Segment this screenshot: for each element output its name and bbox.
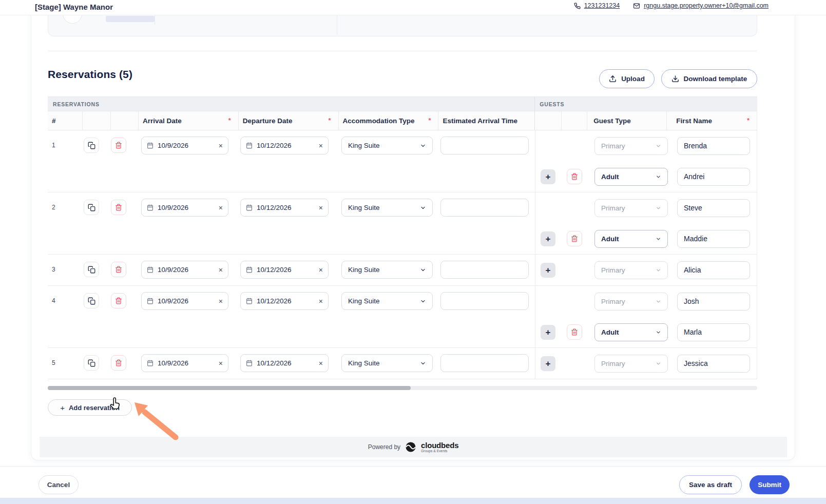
page-background-strip [0, 498, 826, 504]
first-name-input[interactable] [677, 355, 750, 373]
duplicate-reservation-button[interactable] [84, 200, 99, 215]
arrival-date-input[interactable]: 10/9/2026 × [141, 261, 228, 279]
table-column-header: # Arrival Date* Departure Date* Accommod… [48, 111, 757, 130]
cancel-button[interactable]: Cancel [39, 475, 79, 494]
delete-reservation-button[interactable] [111, 138, 126, 153]
mail-icon [633, 3, 640, 9]
departure-date-input[interactable]: 10/12/2026 × [240, 354, 329, 372]
departure-date-input[interactable]: 10/12/2026 × [240, 199, 329, 217]
duplicate-reservation-button[interactable] [84, 355, 99, 371]
delete-reservation-button[interactable] [111, 200, 126, 215]
duplicate-reservation-button[interactable] [84, 293, 99, 308]
duplicate-reservation-button[interactable] [84, 138, 99, 153]
col-first-name: First Name* [667, 111, 757, 130]
delete-reservation-button[interactable] [111, 293, 126, 308]
clear-icon[interactable]: × [319, 142, 323, 149]
topbar: [Stage] Wayne Manor 1231231234 rgngu.sta… [0, 0, 826, 15]
submit-button[interactable]: Submit [750, 475, 790, 494]
delete-reservation-button[interactable] [111, 262, 126, 277]
first-name-input[interactable] [677, 168, 750, 186]
clear-icon[interactable]: × [219, 298, 223, 305]
clear-icon[interactable]: × [219, 142, 223, 149]
email-link[interactable]: rgngu.stage.property.owner+10@gmail.com [633, 2, 769, 9]
clear-icon[interactable]: × [319, 266, 323, 274]
accommodation-type-select[interactable]: King Suite [341, 137, 433, 154]
save-as-draft-button[interactable]: Save as draft [679, 475, 742, 494]
accommodation-type-select[interactable]: King Suite [341, 261, 433, 279]
required-marker: * [747, 117, 750, 124]
clear-icon[interactable]: × [219, 360, 223, 367]
estimated-arrival-time-input[interactable] [440, 137, 529, 154]
departure-date-input[interactable]: 10/12/2026 × [240, 261, 329, 279]
phone-number[interactable]: 1231231234 [584, 2, 620, 9]
clear-icon[interactable]: × [319, 204, 323, 211]
add-guest-button[interactable]: + [541, 231, 555, 246]
estimated-arrival-time-input[interactable] [440, 354, 529, 372]
chevron-down-icon [656, 361, 661, 366]
download-template-button[interactable]: Download template [661, 69, 757, 88]
scrollbar-thumb[interactable] [48, 386, 411, 390]
email-address[interactable]: rgngu.stage.property.owner+10@gmail.com [644, 2, 769, 9]
clear-icon[interactable]: × [319, 360, 323, 367]
estimated-arrival-time-input[interactable] [440, 292, 529, 310]
table-body: 1 10/9/2026 × [48, 130, 757, 379]
delete-guest-button[interactable] [567, 169, 582, 184]
add-reservation-button[interactable]: + Add reservation [48, 399, 132, 416]
delete-guest-button[interactable] [567, 231, 582, 246]
first-name-input[interactable] [677, 293, 750, 311]
delete-guest-button[interactable] [567, 324, 582, 340]
arrival-date-input[interactable]: 10/9/2026 × [141, 292, 228, 310]
first-name-input[interactable] [677, 323, 750, 341]
table-row: 1 10/9/2026 × [48, 130, 757, 192]
estimated-arrival-time-input[interactable] [440, 199, 529, 217]
guest-type-select[interactable]: Primary [594, 355, 668, 373]
table-row: 5 10/9/2026 × [48, 348, 757, 379]
first-name-input[interactable] [677, 261, 750, 279]
arrival-date-input[interactable]: 10/9/2026 × [141, 137, 228, 154]
accommodation-type-select[interactable]: King Suite [341, 292, 433, 310]
guest-type-select[interactable]: Primary [594, 261, 668, 279]
upload-button[interactable]: Upload [599, 69, 655, 88]
guest-type-select[interactable]: Adult [594, 168, 668, 186]
phone-link[interactable]: 1231231234 [574, 2, 620, 9]
guest-type-select[interactable]: Primary [594, 293, 668, 311]
clear-icon[interactable]: × [219, 266, 223, 274]
add-guest-button[interactable]: + [541, 263, 555, 278]
arrival-date-input[interactable]: 10/9/2026 × [141, 354, 228, 372]
departure-date-input[interactable]: 10/12/2026 × [240, 292, 329, 310]
col-guest-type: Guest Type [587, 111, 667, 130]
guest-type-select[interactable]: Adult [594, 230, 668, 248]
chevron-down-icon [656, 174, 661, 180]
delete-reservation-button[interactable] [111, 355, 126, 371]
guest-type-select[interactable]: Primary [594, 199, 668, 217]
estimated-arrival-time-input[interactable] [440, 261, 529, 279]
first-name-input[interactable] [677, 199, 750, 217]
arrival-date-input[interactable]: 10/9/2026 × [141, 199, 228, 217]
accommodation-type-select[interactable]: King Suite [341, 354, 433, 372]
col-estimated-arrival: Estimated Arrival Time [438, 111, 534, 130]
plus-icon: + [546, 359, 551, 368]
accommodation-type-select[interactable]: King Suite [341, 199, 433, 217]
guest-type-select[interactable]: Adult [594, 323, 668, 341]
row-number: 5 [48, 354, 83, 372]
required-marker: * [428, 117, 431, 124]
top-card-fragment [106, 16, 155, 22]
add-guest-button[interactable]: + [541, 169, 555, 184]
brand-block: cloudbeds Groups & Events [421, 441, 458, 453]
first-name-input[interactable] [677, 230, 750, 248]
add-guest-button[interactable]: + [541, 356, 555, 371]
col-duplicate [83, 111, 111, 130]
departure-date-input[interactable]: 10/12/2026 × [240, 137, 329, 154]
chevron-down-icon [656, 329, 661, 335]
clear-icon[interactable]: × [319, 298, 323, 305]
row-number: 4 [48, 292, 83, 310]
guest-row: + Primary [535, 286, 757, 317]
guest-type-select[interactable]: Primary [594, 137, 668, 155]
clear-icon[interactable]: × [219, 204, 223, 211]
first-name-input[interactable] [677, 137, 750, 155]
col-delete-guest [562, 111, 587, 130]
duplicate-reservation-button[interactable] [84, 262, 99, 277]
add-guest-button[interactable]: + [541, 325, 555, 340]
trash-icon [571, 328, 578, 336]
group-guests: GUESTS [534, 97, 757, 111]
